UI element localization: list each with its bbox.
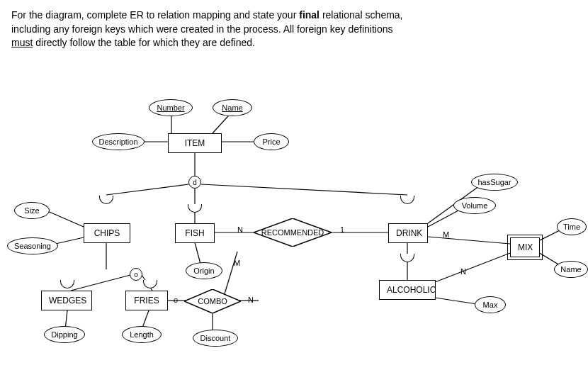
- card-combo-o: o: [174, 296, 178, 304]
- attr-discount: Discount: [193, 330, 238, 347]
- subset-arc-chips: [99, 196, 113, 204]
- attr-number: Number: [149, 99, 193, 116]
- svg-line-22: [428, 237, 510, 244]
- card-combo-m: M: [234, 259, 240, 267]
- rel-recommended: RECOMMENDED: [254, 218, 332, 247]
- attr-dipping: Dipping: [44, 326, 85, 343]
- entity-fish: FISH: [175, 223, 215, 243]
- disjoint-circle: d: [188, 176, 201, 189]
- prompt-must: must: [11, 37, 33, 48]
- subset-arc-drink: [400, 196, 414, 204]
- attr-time: Time: [557, 218, 587, 235]
- prompt-text-3: directly follow the table for which they…: [33, 37, 255, 48]
- attr-origin: Origin: [186, 262, 222, 279]
- attr-price: Price: [254, 133, 289, 150]
- svg-line-12: [71, 275, 130, 291]
- subset-arc-alcoholic: [400, 254, 414, 262]
- subset-arc-fish: [188, 204, 202, 213]
- card-mix-n: N: [460, 267, 466, 276]
- entity-alcoholic: ALCOHOLIC: [379, 280, 436, 300]
- attr-description: Description: [92, 133, 145, 150]
- question-prompt: For the diagram, complete ER to relation…: [11, 9, 577, 50]
- rel-combo: COMBO: [184, 289, 241, 313]
- card-mix-m: M: [443, 230, 449, 239]
- card-rec-1: 1: [340, 225, 344, 234]
- entity-mix: MIX: [510, 237, 540, 257]
- attr-length: Length: [122, 326, 162, 343]
- attr-hassugar: hasSugar: [471, 174, 518, 191]
- entity-item: ITEM: [168, 133, 222, 153]
- attr-seasoning: Seasoning: [7, 237, 58, 254]
- attr-volume: Volume: [453, 197, 496, 214]
- prompt-final: final: [299, 9, 320, 21]
- svg-line-8: [46, 211, 84, 227]
- entity-drink: DRINK: [388, 223, 428, 243]
- overlap-circle: o: [130, 268, 142, 281]
- entity-wedges: WEDGES: [41, 291, 92, 310]
- entity-chips: CHIPS: [84, 223, 130, 243]
- attr-max: Max: [475, 296, 506, 313]
- er-diagram: Number Name Description ITEM Price d Siz…: [0, 85, 588, 383]
- attr-mix-name: Name: [554, 261, 588, 278]
- card-rec-n: N: [237, 225, 243, 234]
- entity-fries: FRIES: [125, 291, 168, 310]
- prompt-text-1: For the diagram, complete ER to relation…: [11, 9, 299, 21]
- svg-line-5: [106, 184, 188, 195]
- attr-size: Size: [14, 202, 50, 219]
- card-combo-n: N: [248, 296, 254, 304]
- subset-arc-fries: [143, 280, 157, 288]
- svg-line-24: [435, 253, 510, 282]
- subset-arc-wedges: [60, 280, 74, 288]
- prompt-text-2: including any foreign keys which were cr…: [11, 23, 393, 35]
- svg-line-7: [201, 184, 407, 195]
- attr-name: Name: [213, 99, 252, 116]
- prompt-text-1b: relational schema,: [320, 9, 403, 21]
